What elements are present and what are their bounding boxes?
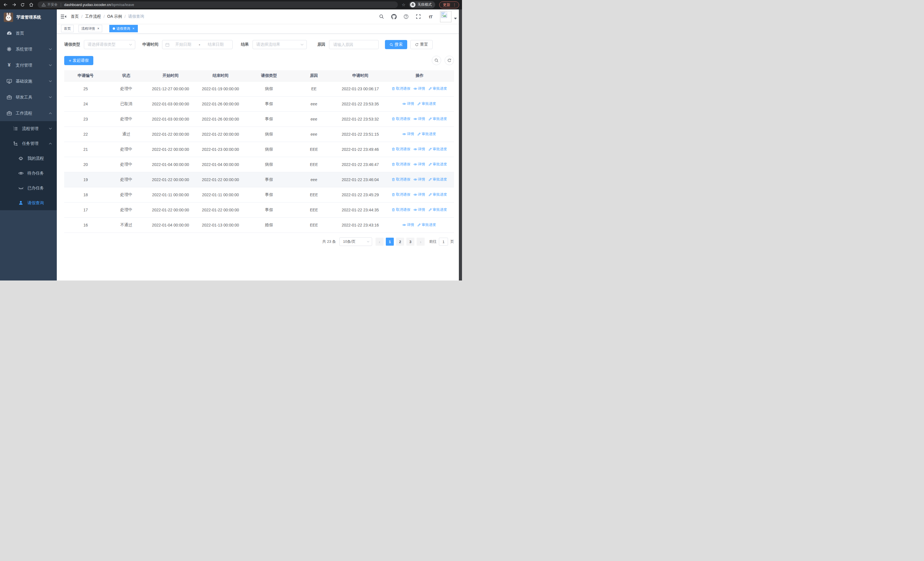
cancel-leave-link[interactable]: 取消请假 (392, 117, 410, 122)
back-icon[interactable] (2, 1, 9, 9)
bookmark-star-icon[interactable]: ☆ (402, 2, 405, 8)
browser-menu-icon[interactable]: ⋮ (453, 3, 456, 7)
cancel-leave-link[interactable]: 取消请假 (392, 208, 410, 212)
cancel-leave-link[interactable]: 取消请假 (392, 192, 410, 197)
breadcrumb-item[interactable]: 工作流程 (85, 14, 101, 19)
browser-scrollbar[interactable] (459, 9, 462, 281)
detail-link[interactable]: 详情 (414, 147, 425, 152)
toggle-search-button[interactable] (432, 56, 441, 65)
breadcrumb-item[interactable]: OA 示例 (107, 14, 122, 19)
eye-icon (402, 223, 406, 227)
screen: 不安全 dashboard.yudao.iocoder.cn/bpm/oa/le… (0, 0, 462, 281)
page-button-2[interactable]: 2 (396, 238, 404, 246)
progress-link[interactable]: 审批进度 (417, 101, 436, 106)
detail-link[interactable]: 详情 (402, 132, 414, 137)
sidebar-item-done-tasks[interactable]: 已办任务 (0, 180, 57, 196)
progress-link[interactable]: 审批进度 (428, 162, 447, 167)
detail-link[interactable]: 详情 (414, 162, 425, 167)
progress-link[interactable]: 审批进度 (417, 223, 436, 227)
leave-type-select[interactable]: 请选择请假类型 (84, 40, 135, 49)
progress-link[interactable]: 审批进度 (428, 177, 447, 182)
cell-status: 通过 (107, 127, 146, 142)
detail-link[interactable]: 详情 (402, 223, 414, 227)
detail-link[interactable]: 详情 (414, 192, 425, 197)
search-button[interactable]: 搜索 (385, 40, 407, 49)
eye-icon (414, 117, 417, 121)
detail-link[interactable]: 详情 (402, 101, 414, 106)
tab-home[interactable]: 首页 (61, 25, 74, 32)
sidebar-item-leave-query[interactable]: 请假查询 (0, 196, 57, 210)
sidebar-item-system[interactable]: 系统管理 (0, 41, 57, 57)
progress-link[interactable]: 审批进度 (417, 132, 436, 137)
next-page-button[interactable]: › (417, 238, 424, 246)
search-icon[interactable] (379, 14, 384, 20)
progress-link[interactable]: 审批进度 (428, 147, 447, 152)
reset-button[interactable]: 重置 (410, 40, 433, 49)
reason-input[interactable] (333, 42, 375, 47)
cell-type: 病假 (245, 127, 292, 142)
sidebar-item-infra[interactable]: 基础设施 (0, 73, 57, 89)
avatar-dropdown-icon[interactable] (454, 18, 457, 20)
close-icon[interactable]: × (132, 27, 134, 30)
site-security[interactable]: 不安全 (42, 2, 58, 7)
cancel-leave-link[interactable]: 取消请假 (392, 177, 410, 182)
progress-link[interactable]: 审批进度 (428, 192, 447, 197)
cell-reason: EEE (292, 187, 335, 203)
tab-process-detail[interactable]: 流程详情 × (78, 25, 102, 32)
browser-update-button[interactable]: 更新 ⋮ (439, 2, 459, 8)
page-button-1[interactable]: 1 (386, 238, 394, 246)
reload-icon[interactable] (19, 1, 26, 9)
sidebar-item-process-mgmt[interactable]: 流程管理 (0, 121, 57, 136)
eye-icon (414, 193, 417, 197)
breadcrumb-item[interactable]: 首页 (71, 14, 79, 19)
progress-link[interactable]: 审批进度 (428, 208, 447, 212)
address-bar[interactable]: 不安全 dashboard.yudao.iocoder.cn/bpm/oa/le… (38, 2, 398, 8)
goto-page-input[interactable] (439, 238, 448, 246)
tab-leave-query[interactable]: 请假查询 × (109, 25, 138, 32)
create-leave-button[interactable]: + 发起请假 (64, 56, 93, 65)
user-avatar[interactable] (440, 11, 452, 22)
fullscreen-icon[interactable] (416, 14, 421, 20)
detail-link[interactable]: 详情 (414, 177, 425, 182)
sidebar-item-task-mgmt[interactable]: 任务管理 (0, 136, 57, 151)
sidebar-item-home[interactable]: 首页 (0, 25, 57, 41)
cell-applied: 2022-01-22 23:44:35 (335, 203, 385, 218)
page-button-3[interactable]: 3 (406, 238, 414, 246)
forward-icon[interactable] (10, 1, 18, 9)
pen-icon (428, 177, 432, 181)
cell-end: 2022-01-26 00:00:00 (195, 112, 245, 127)
cancel-leave-link[interactable]: 取消请假 (392, 86, 410, 91)
apply-time-range-picker[interactable]: 开始日期 - 结束日期 (162, 40, 232, 49)
sidebar-item-todo-tasks[interactable]: 待办任务 (0, 165, 57, 180)
help-icon[interactable] (403, 14, 409, 20)
detail-link[interactable]: 详情 (414, 86, 425, 91)
sidebar-item-workflow[interactable]: 工作流程 (0, 105, 57, 121)
detail-link[interactable]: 详情 (414, 117, 425, 122)
sidebar-item-my-process[interactable]: 我的流程 (0, 151, 57, 165)
leave-table-body: 25处理中2021-12-27 00:00:002022-01-19 00:00… (64, 81, 454, 233)
cell-type: 事假 (245, 187, 292, 203)
github-icon[interactable] (391, 14, 397, 20)
sidebar-item-devtools[interactable]: 研发工具 (0, 89, 57, 105)
progress-link[interactable]: 审批进度 (428, 117, 447, 122)
table-row: 25处理中2021-12-27 00:00:002022-01-19 00:00… (64, 81, 454, 96)
prev-page-button[interactable]: ‹ (375, 238, 384, 246)
cancel-leave-link[interactable]: 取消请假 (392, 162, 410, 167)
cell-end: 2022-01-22 00:00:00 (195, 172, 245, 187)
trash-icon (392, 193, 395, 197)
result-select[interactable]: 请选择流结果 (252, 40, 307, 49)
font-size-icon[interactable]: tT (428, 14, 434, 20)
user-icon (18, 200, 24, 206)
sidebar-item-payment[interactable]: ¥ 支付管理 (0, 57, 57, 73)
home-icon[interactable] (27, 1, 35, 9)
page-size-select[interactable]: 10条/页 (339, 238, 372, 246)
cancel-leave-link[interactable]: 取消请假 (392, 147, 410, 152)
detail-link[interactable]: 详情 (414, 208, 425, 212)
trash-icon (392, 87, 395, 90)
progress-link[interactable]: 审批进度 (428, 86, 447, 91)
close-icon[interactable]: × (97, 27, 99, 30)
refresh-table-button[interactable] (445, 56, 454, 65)
col-header-actions: 操作 (385, 70, 454, 81)
sidebar-collapse-icon[interactable] (61, 14, 66, 19)
sidebar: 芋道管理系统 首页 系统管理 ¥ 支付管理 (0, 9, 57, 281)
